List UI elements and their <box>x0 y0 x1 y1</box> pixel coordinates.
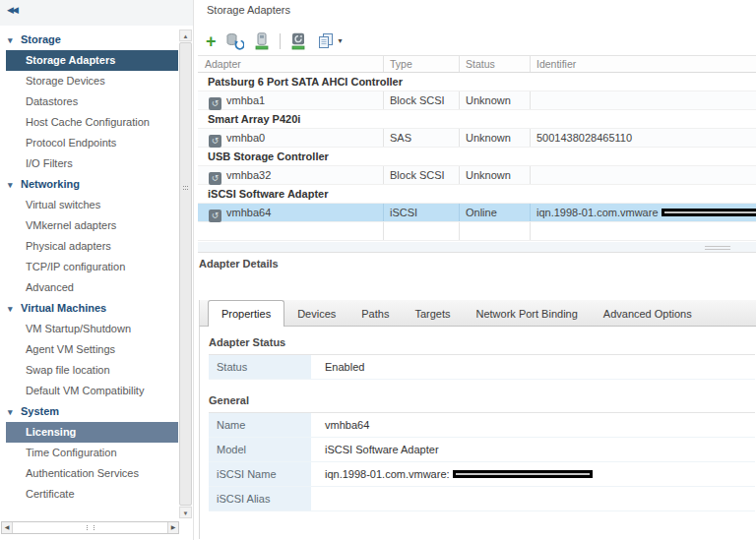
detail-row: iSCSI Alias <box>209 487 755 511</box>
sidebar-item-advanced[interactable]: Advanced <box>6 277 178 298</box>
scroll-up-icon[interactable]: ▲ <box>179 30 192 41</box>
group-label: USB Storage Controller <box>198 148 329 165</box>
properties-tab-content: Adapter Status Status Enabled General Na… <box>199 327 756 539</box>
sidebar-item-tcpip-configuration[interactable]: TCP/IP configuration <box>6 257 178 277</box>
group-label: iSCSI Software Adapter <box>198 185 328 203</box>
table-row[interactable]: ↺vmhba0 SAS Unknown 5001438028465110 <box>198 129 756 148</box>
tab-paths[interactable]: Paths <box>348 302 402 326</box>
sidebar-item-protocol-endpoints[interactable]: Protocol Endpoints <box>6 133 178 153</box>
table-header[interactable]: Adapter Type Status Identifier <box>198 55 756 73</box>
detail-value: iqn.1998-01.com.vmware: <box>325 468 450 480</box>
group-label: Patsburg 6 Port SATA AHCI Controller <box>198 73 403 90</box>
storage-adapter-icon: ↺ <box>209 210 221 222</box>
add-adapter-button[interactable]: + <box>206 32 217 50</box>
column-header-type[interactable]: Type <box>383 56 459 72</box>
scrollbar-grip <box>87 525 94 530</box>
scroll-right-icon[interactable]: ▶ <box>167 522 178 533</box>
sidebar-item-agent-vm-settings[interactable]: Agent VM Settings <box>6 339 178 360</box>
storage-adapter-icon: ↺ <box>209 97 221 110</box>
sidebar-item-virtual-switches[interactable]: Virtual switches <box>6 195 178 215</box>
refresh-adapters-button[interactable] <box>225 32 244 50</box>
storage-adapters-panel: Storage Adapters + <box>193 0 756 540</box>
detail-value <box>311 487 755 510</box>
tab-devices[interactable]: Devices <box>284 302 348 326</box>
splitter-grip-icon[interactable] <box>705 246 730 250</box>
adapters-table: Adapter Type Status Identifier Patsburg … <box>198 55 756 241</box>
sidebar-section-storage[interactable]: ▾Storage <box>6 30 178 50</box>
copy-export-button[interactable]: ▾ <box>316 32 343 50</box>
adapters-toolbar: + <box>206 30 343 52</box>
sidebar-item-host-cache-configuration[interactable]: Host Cache Configuration <box>6 112 178 133</box>
table-group-row[interactable]: iSCSI Software Adapter <box>198 185 756 204</box>
scrollbar-thumb[interactable] <box>179 42 192 506</box>
sidebar-item-io-filters[interactable]: I/O Filters <box>6 153 178 174</box>
table-row[interactable]: ↺vmhba1 Block SCSI Unknown <box>198 91 756 110</box>
tab-advanced-options[interactable]: Advanced Options <box>591 302 705 326</box>
sidebar-item-label: Virtual switches <box>26 199 100 210</box>
detail-row: Status Enabled <box>209 355 755 380</box>
table-group-row[interactable]: Smart Array P420i <box>198 110 756 129</box>
table-group-row[interactable]: USB Storage Controller <box>198 148 756 166</box>
sidebar-item-licensing[interactable]: Licensing <box>6 422 178 443</box>
sidebar-item-authentication-services[interactable]: Authentication Services <box>6 463 178 484</box>
detail-label: Status <box>209 355 311 379</box>
tab-properties[interactable]: Properties <box>208 300 284 327</box>
adapter-name: vmhba32 <box>226 169 271 181</box>
adapter-status-section: Adapter Status Status Enabled <box>209 330 756 380</box>
sidebar-item-label: Default VM Compatibility <box>26 385 144 396</box>
detail-label: Name <box>209 413 311 437</box>
sidebar-item-time-configuration[interactable]: Time Configuration <box>6 443 178 463</box>
sidebar-item-physical-adapters[interactable]: Physical adapters <box>6 236 178 257</box>
copy-icon <box>316 32 336 50</box>
sidebar-item-default-vm-compatibility[interactable]: Default VM Compatibility <box>6 381 178 401</box>
panel-splitter[interactable] <box>198 242 756 253</box>
rescan-host-icon <box>253 32 271 50</box>
table-row[interactable]: ↺vmhba32 Block SCSI Unknown <box>198 166 756 185</box>
detail-label: iSCSI Alias <box>209 487 311 510</box>
sidebar-section-label: System <box>21 405 59 417</box>
sidebar-item-label: Swap file location <box>26 364 110 376</box>
sidebar-horizontal-scrollbar[interactable]: ◀ ▶ <box>1 521 179 534</box>
sidebar-section-virtual-machines[interactable]: ▾Virtual Machines <box>6 298 178 319</box>
adapter-status: Unknown <box>459 129 530 147</box>
detail-row: Model iSCSI Software Adapter <box>209 438 755 462</box>
rescan-adapter-button[interactable] <box>289 32 307 50</box>
scroll-down-icon[interactable]: ▼ <box>179 507 192 518</box>
tab-targets[interactable]: Targets <box>402 302 463 326</box>
scroll-left-icon[interactable]: ◀ <box>2 522 13 533</box>
storage-adapter-icon: ↺ <box>209 172 221 185</box>
sidebar-item-label: VM Startup/Shutdown <box>26 323 131 334</box>
page-title: Storage Adapters <box>207 4 290 16</box>
sidebar-item-certificate[interactable]: Certificate <box>6 484 178 505</box>
tab-network-port-binding[interactable]: Network Port Binding <box>463 302 590 326</box>
adapter-identifier <box>530 91 756 109</box>
adapter-type: SAS <box>383 129 459 147</box>
table-group-row[interactable]: Patsburg 6 Port SATA AHCI Controller <box>198 73 756 91</box>
sidebar-item-datastores[interactable]: Datastores <box>6 91 178 112</box>
table-row-selected[interactable]: ↺vmhba64 iSCSI Online iqn.1998-01.com.vm… <box>198 204 756 222</box>
sidebar-item-label: Storage Devices <box>26 75 105 87</box>
column-header-identifier[interactable]: Identifier <box>530 56 756 72</box>
column-header-adapter[interactable]: Adapter <box>198 56 383 72</box>
sidebar-item-label: I/O Filters <box>26 157 73 169</box>
sidebar-item-vmkernel-adapters[interactable]: VMkernel adapters <box>6 215 178 236</box>
rescan-host-button[interactable] <box>253 32 271 50</box>
sidebar-item-label: Agent VM Settings <box>26 343 115 355</box>
sidebar-vertical-scrollbar[interactable]: ▲ ▼ <box>179 30 192 518</box>
sidebar-item-label: Authentication Services <box>26 467 139 479</box>
column-header-status[interactable]: Status <box>459 56 530 72</box>
sidebar-item-vm-startup-shutdown[interactable]: VM Startup/Shutdown <box>6 319 178 339</box>
sidebar-section-system[interactable]: ▾System <box>6 401 178 422</box>
sidebar-item-storage-adapters[interactable]: Storage Adapters <box>6 50 178 71</box>
collapse-sidebar-icon[interactable]: ◀◀ <box>7 5 17 15</box>
table-row-empty[interactable] <box>198 222 756 241</box>
chevron-down-icon: ▾ <box>6 299 21 319</box>
adapter-name: vmhba0 <box>226 132 265 144</box>
detail-label: iSCSI Name <box>209 462 311 486</box>
detail-value: vmhba64 <box>311 413 755 437</box>
sidebar-item-swap-file-location[interactable]: Swap file location <box>6 360 178 381</box>
adapter-identifier: iqn.1998-01.com.vmware <box>536 207 659 218</box>
scrollbar-grip <box>183 186 188 190</box>
sidebar-item-storage-devices[interactable]: Storage Devices <box>6 71 178 91</box>
sidebar-section-networking[interactable]: ▾Networking <box>6 174 178 195</box>
